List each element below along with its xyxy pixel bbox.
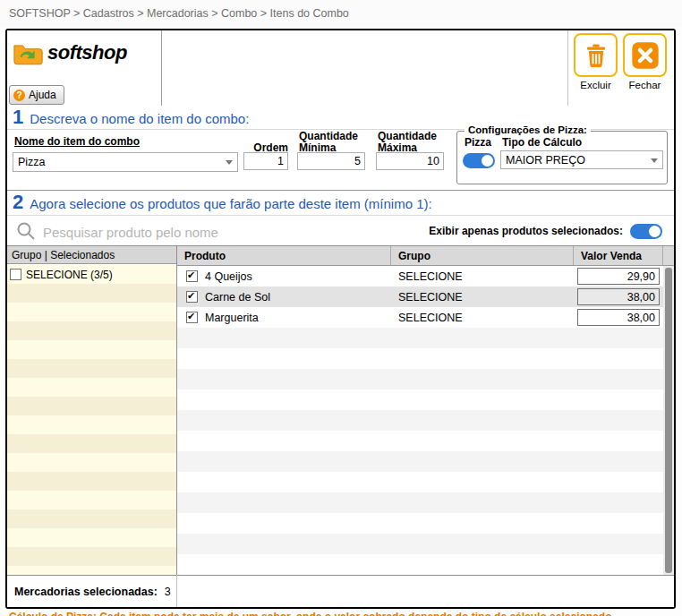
- products-table-header: Produto Grupo Valor Venda: [177, 246, 674, 266]
- app-window: softshop Ajuda Excluir: [5, 29, 676, 609]
- column-header-grupo[interactable]: Grupo: [391, 246, 574, 265]
- table-row[interactable]: Carne de Sol SELECIONE 38,00: [177, 287, 663, 307]
- delete-button-label: Excluir: [574, 80, 618, 90]
- close-button[interactable]: [623, 33, 667, 77]
- group-cell: SELECIONE: [391, 312, 574, 324]
- breadcrumb: SOFTSHOP > Cadastros > Mercadorias > Com…: [0, 0, 682, 27]
- search-row: Exibir apenas produtos selecionados:: [7, 215, 674, 246]
- product-cell: Marguerita: [177, 312, 391, 324]
- groups-panel: Grupo | Selecionados SELECIONE (3/5): [7, 246, 177, 575]
- clipped-hint-text: Cálculo de Pizza: Cada item pode ter mai…: [9, 611, 675, 616]
- trash-icon: [583, 42, 610, 69]
- combo-name-value: Pizza: [18, 156, 46, 168]
- price-cell: 29,90: [574, 268, 663, 285]
- row-checkbox[interactable]: [186, 291, 198, 303]
- logo-block: softshop Ajuda: [7, 30, 162, 106]
- row-checkbox[interactable]: [186, 312, 198, 323]
- close-button-label: Fechar: [623, 80, 667, 90]
- calc-type-value: MAIOR PREÇO: [506, 154, 585, 167]
- calc-type-select[interactable]: MAIOR PREÇO: [500, 150, 663, 169]
- price-input[interactable]: 38,00: [577, 309, 660, 326]
- combo-name-label: Nome do item do combo: [14, 136, 140, 148]
- combo-item-form: Nome do item do combo Pizza Ordem 1 Quan…: [7, 130, 674, 190]
- group-cell: SELECIONE: [391, 270, 574, 283]
- content-area: Grupo | Selecionados SELECIONE (3/5) Pro…: [7, 246, 674, 575]
- selected-count-label: Mercadorias selecionadas:: [14, 586, 158, 598]
- combo-name-select[interactable]: Pizza: [13, 152, 238, 172]
- section2-header: 2 Agora selecione os produtos que farão …: [7, 190, 674, 215]
- group-list-item[interactable]: SELECIONE (3/5): [7, 265, 176, 284]
- logo: softshop: [13, 39, 127, 65]
- min-qty-label: Quantidade Mínima: [299, 131, 358, 154]
- header-divider: [567, 30, 568, 106]
- group-checkbox[interactable]: [10, 269, 21, 280]
- question-icon: [13, 90, 25, 101]
- product-name: Marguerita: [205, 312, 259, 324]
- pizza-config-groupbox: Configurações de Pizza: Pizza Tipo de Cá…: [456, 131, 668, 184]
- filter-toggle[interactable]: [630, 224, 662, 239]
- group-label: SELECIONE (3/5): [26, 269, 113, 281]
- filter-label: Exibir apenas produtos selecionados:: [429, 225, 623, 237]
- min-qty-input[interactable]: 5: [297, 152, 365, 170]
- price-cell: 38,00: [574, 309, 663, 326]
- row-checkbox[interactable]: [186, 270, 198, 282]
- products-rows: 4 Queijos SELECIONE 29,90 Carne de Sol S…: [177, 266, 663, 575]
- groups-list: SELECIONE (3/5): [7, 265, 176, 575]
- price-input[interactable]: 38,00: [577, 288, 660, 305]
- column-header-produto[interactable]: Produto: [177, 246, 391, 265]
- help-label: Ajuda: [29, 89, 56, 101]
- vertical-scrollbar[interactable]: [663, 266, 674, 575]
- product-name: 4 Queijos: [205, 270, 252, 283]
- max-qty-input[interactable]: 10: [376, 152, 444, 170]
- product-cell: Carne de Sol: [177, 291, 391, 304]
- order-input[interactable]: 1: [243, 152, 288, 170]
- table-row[interactable]: 4 Queijos SELECIONE 29,90: [177, 266, 663, 287]
- bottom-bar: Mercadorias selecionadas: 3: [7, 575, 674, 607]
- section1-number: 1: [13, 106, 23, 129]
- header: softshop Ajuda Excluir: [7, 30, 674, 107]
- price-input[interactable]: 29,90: [577, 268, 660, 285]
- logo-text: softshop: [47, 41, 127, 64]
- products-table: Produto Grupo Valor Venda 4 Queijos SELE…: [177, 246, 674, 575]
- help-button[interactable]: Ajuda: [9, 85, 64, 105]
- calc-type-label: Tipo de Cálculo: [502, 137, 582, 149]
- section1-title: Descreva o nome do item do combo:: [30, 111, 249, 126]
- chevron-down-icon: [226, 160, 233, 165]
- product-cell: 4 Queijos: [177, 270, 391, 283]
- bottom-bar-divider: [176, 575, 177, 607]
- section2-number: 2: [13, 191, 23, 214]
- search-icon: [16, 221, 36, 241]
- pizza-config-legend: Configurações de Pizza:: [465, 124, 591, 135]
- price-cell: 38,00: [574, 288, 663, 305]
- product-name: Carne de Sol: [205, 291, 270, 304]
- pizza-label: Pizza: [465, 137, 491, 149]
- softshop-folder-icon: [13, 39, 45, 65]
- delete-button[interactable]: [574, 33, 618, 77]
- search-input[interactable]: [41, 219, 403, 244]
- close-icon: [631, 41, 660, 70]
- pizza-toggle[interactable]: [463, 153, 495, 168]
- section2-title: Agora selecione os produtos que farão pa…: [30, 196, 431, 211]
- scrollbar-thumb[interactable]: [665, 268, 672, 573]
- column-header-valor-venda[interactable]: Valor Venda: [574, 246, 663, 265]
- table-row[interactable]: Marguerita SELECIONE 38,00: [177, 307, 663, 328]
- selected-count-value: 3: [165, 586, 171, 598]
- groups-panel-header: Grupo | Selecionados: [7, 246, 176, 264]
- group-cell: SELECIONE: [391, 291, 574, 304]
- chevron-down-icon: [651, 158, 658, 163]
- max-qty-label: Quantidade Máxima: [378, 131, 437, 154]
